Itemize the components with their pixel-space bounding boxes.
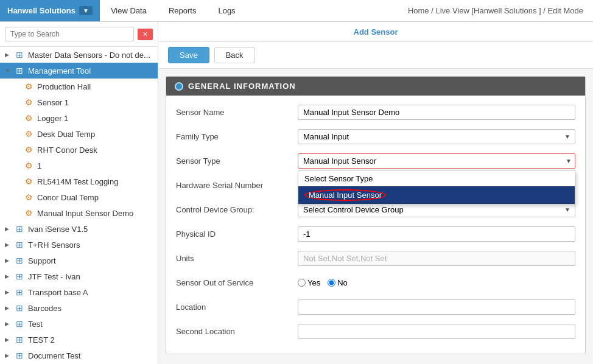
- tree-item-barcodes[interactable]: ▶⊞Barcodes: [0, 300, 158, 316]
- tree-item-label: Logger 1: [37, 114, 68, 123]
- family-type-label: Family Type: [176, 132, 298, 141]
- tree-item-test2[interactable]: ▶⊞TEST 2: [0, 332, 158, 348]
- location-row: Location: [176, 298, 575, 316]
- physical-id-label: Physical ID: [176, 229, 298, 239]
- gear-icon: ⚙: [23, 192, 34, 203]
- nav-view-data[interactable]: View Data: [100, 0, 158, 21]
- clear-search-button[interactable]: ✕: [138, 29, 153, 40]
- tree-item-label: Test: [28, 320, 43, 329]
- grid-icon: ⊞: [14, 318, 25, 329]
- sensor-type-row: Sensor Type ▼ Select Sensor Type Manual …: [176, 152, 575, 170]
- section-dot: [175, 82, 183, 91]
- sensor-type-control: ▼ Select Sensor Type Manual Input Sensor: [298, 153, 575, 169]
- tree-item-ivan[interactable]: ▶⊞Ivan iSense V1.5: [0, 221, 158, 237]
- units-input: [298, 251, 575, 266]
- tree-item-master[interactable]: ▶⊞Master Data Sensors - Do not de...: [0, 47, 158, 63]
- grid-icon: ⊞: [14, 239, 25, 250]
- hw-serial-label: Hardware Serial Number: [176, 181, 298, 190]
- grid-icon: ⊞: [14, 287, 25, 298]
- sensor-type-dropdown: Select Sensor Type Manual Input Sensor: [298, 170, 575, 205]
- tree-item-label: Master Data Sensors - Do not de...: [28, 51, 150, 60]
- expand-arrow: ▶: [5, 337, 12, 343]
- units-row: Units: [176, 249, 575, 267]
- second-location-control: [298, 324, 575, 339]
- search-bar: ✕: [0, 22, 158, 47]
- search-input[interactable]: [5, 27, 134, 41]
- expand-arrow: ▼: [5, 68, 12, 74]
- tree-item-label: 1: [37, 161, 41, 170]
- sensor-type-input[interactable]: [298, 153, 575, 169]
- tree-item-label: RHT Conor Desk: [37, 145, 97, 155]
- brand-name: Hanwell Solutions: [7, 6, 75, 15]
- save-button[interactable]: Save: [168, 47, 209, 63]
- breadcrumb: Home / Live View [Hanwell Solutions ] / …: [408, 6, 593, 15]
- out-of-service-label: Sensor Out of Service: [176, 278, 298, 287]
- units-control: [298, 251, 575, 266]
- sensor-name-label: Sensor Name: [176, 108, 298, 117]
- grid-icon: ⊞: [14, 49, 25, 60]
- tree-item-label: Document Test: [28, 351, 80, 360]
- tree-item-one[interactable]: ⚙1: [0, 158, 158, 173]
- tree-item-conor[interactable]: ⚙Conor Dual Temp: [0, 189, 158, 205]
- tree-item-manual[interactable]: ⚙Manual Input Sensor Demo: [0, 205, 158, 221]
- no-radio[interactable]: [328, 279, 335, 287]
- out-of-service-control: Yes No: [298, 278, 575, 287]
- tree-item-label: Management Tool: [28, 66, 91, 75]
- tree-item-jtf[interactable]: ▶⊞JTF Test - Ivan: [0, 268, 158, 284]
- gear-icon: ⚙: [23, 160, 34, 171]
- expand-arrow: ▶: [5, 257, 12, 264]
- sidebar: ✕ ▶⊞Master Data Sensors - Do not de...▼⊞…: [0, 22, 158, 364]
- tree-item-rl[interactable]: ⚙RL5414M Test Logging: [0, 173, 158, 189]
- second-location-label: Second Location: [176, 327, 298, 336]
- section-header: GENERAL INFORMATION: [166, 77, 585, 96]
- tree-item-label: TEST 2: [28, 335, 55, 345]
- gear-icon: ⚙: [23, 128, 34, 139]
- dropdown-option-select[interactable]: Select Sensor Type: [298, 171, 575, 186]
- tree-item-logger1[interactable]: ⚙Logger 1: [0, 110, 158, 126]
- tree-item-transport[interactable]: ▶⊞Transport base A: [0, 284, 158, 300]
- expand-arrow: ▶: [5, 273, 12, 279]
- tree-item-label: T+RH Sensors: [28, 240, 80, 250]
- tree-item-management[interactable]: ▼⊞Management Tool: [0, 63, 158, 79]
- main-layout: ✕ ▶⊞Master Data Sensors - Do not de...▼⊞…: [0, 22, 593, 364]
- second-location-input[interactable]: [298, 324, 575, 339]
- location-label: Location: [176, 303, 298, 312]
- nav-logs[interactable]: Logs: [207, 0, 246, 21]
- physical-id-row: Physical ID: [176, 225, 575, 243]
- no-radio-label[interactable]: No: [328, 278, 348, 287]
- nav-reports[interactable]: Reports: [158, 0, 208, 21]
- grid-icon: ⊞: [14, 271, 25, 282]
- circle-highlight: Manual Input Sensor: [304, 189, 386, 201]
- yes-radio-label[interactable]: Yes: [298, 278, 320, 287]
- expand-arrow: ▶: [5, 352, 12, 359]
- tree-item-production[interactable]: ⚙Production Hall: [0, 79, 158, 94]
- gear-icon: ⚙: [23, 81, 34, 92]
- tree-item-trh[interactable]: ▶⊞T+RH Sensors: [0, 237, 158, 253]
- tree-item-sensor1[interactable]: ⚙Sensor 1: [0, 94, 158, 110]
- tree-item-rht[interactable]: ⚙RHT Conor Desk: [0, 142, 158, 158]
- location-control: [298, 299, 575, 315]
- yes-radio[interactable]: [298, 279, 306, 287]
- family-type-select[interactable]: Manual Input: [298, 129, 575, 144]
- expand-arrow: ▶: [5, 52, 12, 58]
- location-input[interactable]: [298, 299, 575, 315]
- form-body: Sensor Name Family Type Manual Input: [166, 96, 585, 354]
- tree-item-label: Transport base A: [28, 288, 88, 297]
- sensor-name-input[interactable]: [298, 105, 575, 120]
- tree-item-label: Manual Input Sensor Demo: [37, 209, 133, 218]
- gear-icon: ⚙: [23, 144, 34, 155]
- tree-item-support[interactable]: ▶⊞Support: [0, 253, 158, 268]
- second-location-row: Second Location: [176, 322, 575, 340]
- tree-item-desk[interactable]: ⚙Desk Dual Temp: [0, 126, 158, 142]
- units-label: Units: [176, 254, 298, 263]
- physical-id-input[interactable]: [298, 226, 575, 242]
- back-button[interactable]: Back: [214, 47, 255, 63]
- gear-icon: ⚙: [23, 176, 34, 187]
- tree-item-label: RL5414M Test Logging: [37, 177, 118, 186]
- tree-item-doctest[interactable]: ▶⊞Document Test: [0, 348, 158, 363]
- dropdown-option-manual[interactable]: Manual Input Sensor: [298, 186, 575, 204]
- brand-button[interactable]: Hanwell Solutions ▼: [0, 0, 100, 21]
- content-header: Add Sensor: [158, 22, 593, 42]
- tree-item-label: Conor Dual Temp: [37, 193, 99, 202]
- tree-item-test[interactable]: ▶⊞Test: [0, 316, 158, 332]
